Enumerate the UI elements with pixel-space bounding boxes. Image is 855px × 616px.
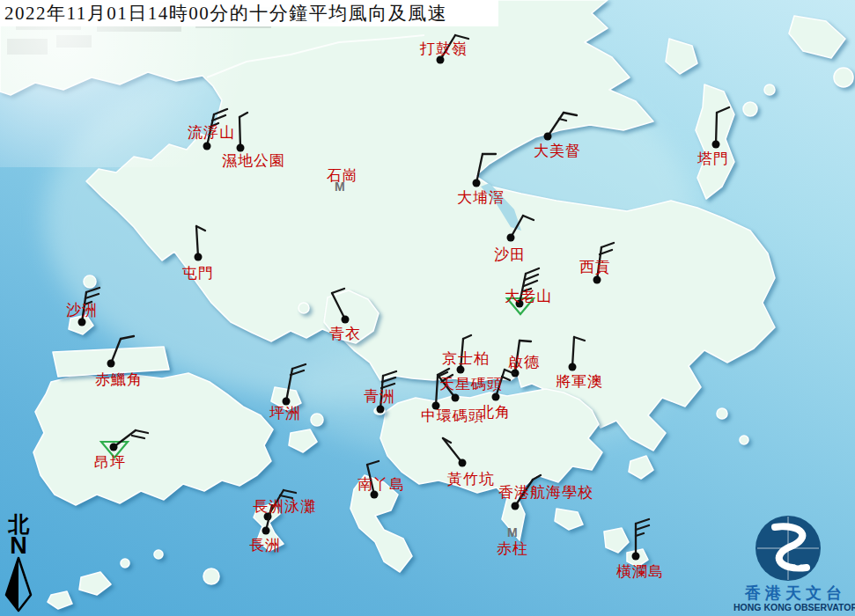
wind-barb-tick bbox=[132, 436, 144, 438]
wind-barb-tick bbox=[196, 226, 205, 231]
wind-barb-tick bbox=[240, 113, 247, 117]
station-dot bbox=[237, 144, 245, 152]
station-label: 啟德 bbox=[508, 355, 540, 370]
station-dot bbox=[544, 133, 552, 141]
station-label: 塔門 bbox=[697, 151, 729, 166]
station-label: 濕地公園 bbox=[222, 153, 285, 168]
station-label: 天星碼頭 bbox=[439, 377, 503, 392]
wind-barb-tick bbox=[717, 107, 729, 113]
station-dot bbox=[473, 180, 481, 187]
logo-english-name: HONG KONG OBSERVATORY bbox=[733, 602, 855, 612]
wind-barb-tick bbox=[526, 268, 539, 274]
station-label: 橫瀾島 bbox=[616, 564, 664, 579]
station-label: 石崗 bbox=[327, 168, 358, 183]
station-label: 流浮山 bbox=[188, 125, 235, 140]
station-label: 屯門 bbox=[182, 266, 214, 281]
wind-barb-tick bbox=[214, 109, 227, 114]
wind-barb-staff bbox=[196, 226, 198, 257]
wind-barb-tick bbox=[525, 275, 538, 280]
station-label: 沙田 bbox=[494, 247, 526, 262]
station-dot bbox=[512, 502, 520, 510]
station-dot bbox=[507, 234, 515, 242]
station-dot bbox=[203, 143, 211, 150]
wind-barb-tick bbox=[284, 490, 296, 493]
station-label: 赤鱲角 bbox=[95, 372, 143, 387]
station-label: 昂坪 bbox=[94, 455, 126, 470]
station-dot bbox=[492, 393, 500, 401]
station-dot bbox=[459, 459, 467, 467]
station-label: 沙洲 bbox=[66, 303, 98, 318]
wind-barb-tick bbox=[559, 119, 566, 121]
wind-barb-tick bbox=[382, 378, 395, 382]
station-dot bbox=[342, 316, 350, 324]
wind-barb-tick bbox=[383, 371, 396, 376]
station-label: 南丫島 bbox=[357, 477, 405, 492]
wind-barb-tick bbox=[85, 294, 99, 298]
hko-logo-icon bbox=[736, 512, 855, 583]
station-dot bbox=[712, 141, 720, 149]
wind-barb-tick bbox=[636, 519, 649, 524]
station-label: 中環碼頭 bbox=[421, 408, 484, 423]
station-dot bbox=[452, 394, 460, 402]
wind-barb-staff bbox=[548, 113, 564, 136]
wind-barb-tick bbox=[86, 288, 100, 292]
station-label: 青洲 bbox=[364, 389, 395, 404]
wind-barb-tick bbox=[564, 113, 577, 115]
wind-barb-tick bbox=[636, 525, 649, 530]
station-label: 長洲泳灘 bbox=[253, 499, 316, 514]
wind-stations-layer bbox=[0, 0, 855, 616]
wind-map-canvas: 流浮山濕地公園打鼓嶺大美督塔門大埔滘M石崗沙田西貢大老山屯門沙洲赤鱲角青衣青洲坪… bbox=[0, 0, 855, 616]
wind-barb-staff bbox=[443, 438, 462, 463]
north-arrow-icon bbox=[4, 556, 33, 612]
station-label: 西貢 bbox=[579, 260, 611, 275]
wind-barb-tick bbox=[367, 461, 379, 465]
station-dot bbox=[107, 360, 115, 368]
wind-barb-tick bbox=[520, 341, 531, 341]
wind-barb-staff bbox=[716, 113, 717, 144]
wind-barb-tick bbox=[601, 243, 614, 247]
title-bar: 2022年11月01日14時00分的十分鐘平均風向及風速 bbox=[0, 0, 498, 26]
wind-barb-staff bbox=[111, 339, 121, 363]
station-dot bbox=[593, 276, 601, 284]
station-label: 將軍澳 bbox=[556, 374, 603, 389]
wind-barb-staff bbox=[476, 154, 483, 183]
station-dot bbox=[262, 527, 270, 535]
station-label: 大老山 bbox=[505, 289, 552, 304]
wind-barb-tick bbox=[502, 377, 510, 380]
station-label: 赤柱 bbox=[497, 541, 528, 556]
station-label: 青衣 bbox=[329, 326, 361, 341]
compass-n-letter: N bbox=[4, 535, 33, 556]
map-title: 2022年11月01日14時00分的十分鐘平均風向及風速 bbox=[4, 3, 447, 24]
station-label: 香港航海學校 bbox=[498, 485, 593, 500]
wind-barb-tick bbox=[636, 533, 644, 536]
station-label: 京士柏 bbox=[442, 351, 490, 366]
wind-barb-staff bbox=[572, 337, 574, 367]
wind-barb-tick bbox=[332, 289, 344, 293]
station-dot bbox=[110, 444, 118, 451]
station-label: 大埔滘 bbox=[457, 190, 505, 205]
wind-barb-staff bbox=[436, 377, 438, 406]
wind-barb-tick bbox=[533, 475, 541, 480]
station-label: 坪洲 bbox=[269, 406, 301, 421]
logo-chinese-name: 香港天文台 bbox=[736, 583, 855, 604]
station-dot bbox=[632, 553, 640, 561]
station-dot bbox=[377, 406, 385, 414]
station-label: 長洲 bbox=[249, 538, 281, 553]
station-dot bbox=[78, 319, 86, 326]
wind-barb-tick bbox=[455, 35, 468, 39]
wind-barb-staff bbox=[240, 117, 240, 148]
wind-barb-tick bbox=[136, 430, 148, 433]
wind-barb-tick bbox=[523, 216, 534, 220]
station-label: 北角 bbox=[479, 405, 511, 420]
station-dot bbox=[195, 253, 203, 261]
compass: 北 N bbox=[4, 514, 33, 616]
station-label: 大美督 bbox=[534, 143, 581, 158]
wind-barb-tick bbox=[574, 337, 585, 341]
wind-barb-tick bbox=[121, 336, 134, 339]
wind-barb-tick bbox=[292, 364, 306, 369]
station-dot bbox=[569, 363, 577, 371]
station-label: 打鼓嶺 bbox=[420, 41, 468, 56]
wind-barb-tick bbox=[524, 281, 537, 286]
missing-data-marker: M bbox=[507, 526, 518, 539]
wind-barb-staff bbox=[332, 293, 345, 319]
